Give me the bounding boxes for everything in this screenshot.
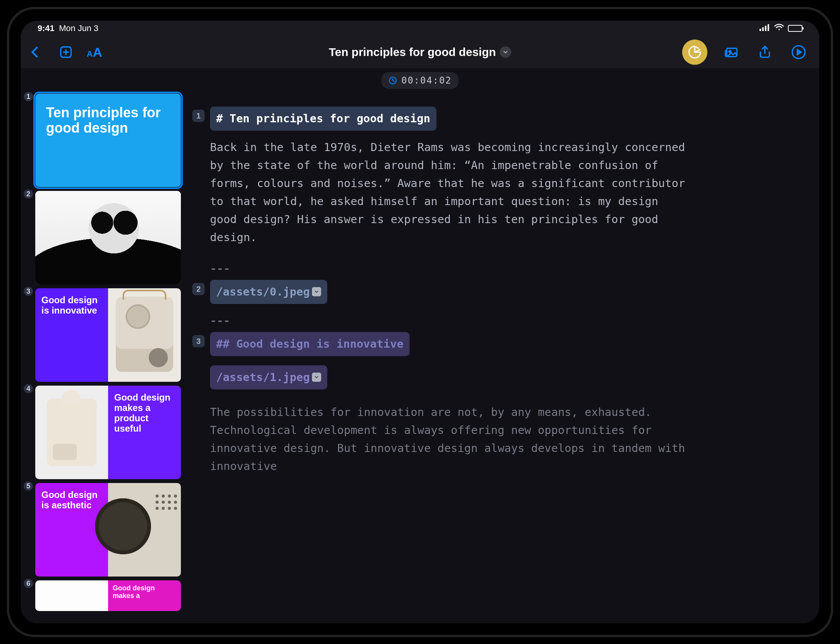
- status-bar: 9:41 Mon Jun 3: [21, 21, 819, 36]
- back-button[interactable]: [25, 42, 45, 62]
- portrait-image: [35, 191, 181, 284]
- slide-title: Good design makes a: [108, 580, 181, 603]
- play-button[interactable]: [789, 42, 809, 62]
- slide-title: Ten principles for good design: [46, 105, 170, 136]
- theme-button[interactable]: [682, 39, 707, 65]
- editor-pane[interactable]: 1 # Ten principles for good design Back …: [185, 91, 819, 623]
- slide-title: Good design makes a product useful: [108, 386, 181, 441]
- divider-text: ---: [210, 260, 808, 278]
- cellular-icon: [760, 23, 770, 33]
- slide-sidebar: 1 Ten principles for good design 2 3: [21, 91, 185, 623]
- svg-rect-3: [768, 24, 769, 31]
- speaker-grille: [156, 495, 177, 510]
- timer-pill[interactable]: 00:04:02: [381, 72, 459, 89]
- asset-block[interactable]: /assets/0.jpeg: [210, 280, 327, 304]
- expand-icon[interactable]: [312, 373, 321, 382]
- block-number: 2: [192, 283, 205, 295]
- block-number: 1: [192, 110, 205, 122]
- svg-point-9: [729, 51, 731, 53]
- share-button[interactable]: [755, 42, 775, 62]
- dial-image: [95, 498, 151, 554]
- slide-title: Good design is aesthetic: [35, 483, 108, 518]
- asset-block[interactable]: /assets/1.jpeg: [210, 365, 327, 389]
- text-format-button[interactable]: AA: [87, 45, 102, 60]
- timer-value: 00:04:02: [401, 75, 452, 86]
- svg-point-4: [778, 29, 780, 30]
- svg-line-14: [393, 80, 394, 81]
- slide-thumbnail-1[interactable]: Ten principles for good design: [35, 94, 181, 187]
- expand-icon[interactable]: [312, 287, 321, 296]
- battery-icon: [788, 25, 802, 32]
- slide-number: 5: [24, 481, 33, 491]
- paragraph-text[interactable]: The possibilities for innovation are not…: [210, 403, 685, 475]
- slide-number: 1: [24, 92, 33, 101]
- slide-thumbnail-5[interactable]: Good design is aesthetic: [35, 483, 181, 577]
- document-title[interactable]: Ten principles for good design: [329, 46, 496, 59]
- media-button[interactable]: [721, 42, 741, 62]
- svg-rect-2: [765, 26, 766, 31]
- radio-image: [116, 297, 173, 372]
- block-number: 3: [192, 335, 205, 347]
- slide-title: Good design is innovative: [35, 288, 108, 323]
- slide-number: 2: [24, 189, 33, 199]
- slide-number: 6: [24, 579, 33, 588]
- slide-thumbnail-3[interactable]: Good design is innovative: [35, 288, 181, 382]
- paragraph-text[interactable]: Back in the late 1970s, Dieter Rams was …: [210, 138, 685, 246]
- product-image: [47, 399, 97, 466]
- title-menu-button[interactable]: [500, 46, 511, 58]
- heading-block[interactable]: # Ten principles for good design: [210, 107, 436, 131]
- svg-rect-1: [762, 27, 764, 31]
- divider-text: ---: [210, 312, 808, 330]
- wifi-icon: [774, 23, 784, 33]
- add-button[interactable]: [56, 42, 76, 62]
- toolbar: AA Ten principles for good design: [21, 36, 819, 68]
- slide-thumbnail-4[interactable]: Good design makes a product useful: [35, 386, 181, 479]
- status-time: 9:41: [38, 23, 54, 33]
- svg-marker-11: [797, 49, 801, 54]
- slide-thumbnail-2[interactable]: [35, 191, 181, 284]
- status-date: Mon Jun 3: [59, 23, 98, 33]
- slide-number: 4: [24, 384, 33, 393]
- asset-path: /assets/1.jpeg: [216, 368, 310, 386]
- slide-number: 3: [24, 287, 33, 296]
- asset-path: /assets/0.jpeg: [216, 283, 310, 301]
- slide-thumbnail-6[interactable]: Good design makes a: [35, 580, 181, 611]
- subheading-block[interactable]: ## Good design is innovative: [210, 332, 410, 356]
- svg-rect-0: [760, 29, 761, 31]
